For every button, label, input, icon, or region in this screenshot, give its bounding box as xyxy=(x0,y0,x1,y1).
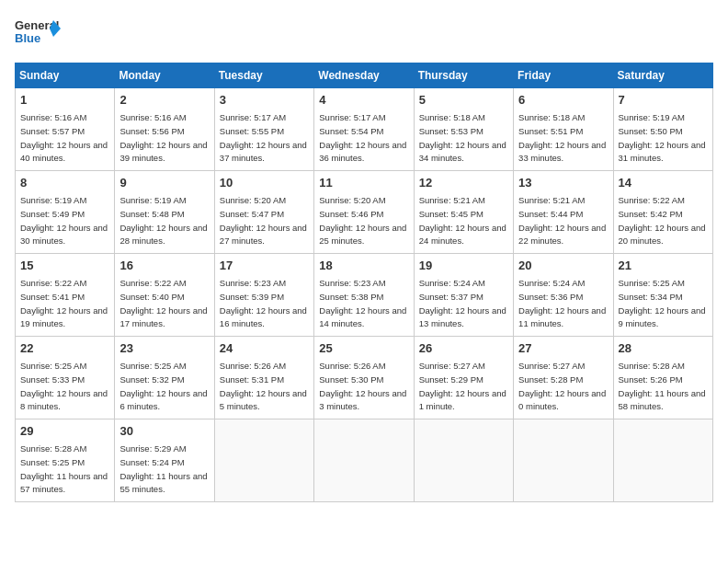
calendar-week-2: 8 Sunrise: 5:19 AMSunset: 5:49 PMDayligh… xyxy=(16,171,713,254)
day-number: 7 xyxy=(619,92,708,109)
logo: General Blue xyxy=(15,15,61,55)
col-header-wednesday: Wednesday xyxy=(314,63,414,88)
cell-info: Sunrise: 5:21 AMSunset: 5:44 PMDaylight:… xyxy=(518,195,606,246)
col-header-thursday: Thursday xyxy=(414,63,513,88)
cell-info: Sunrise: 5:25 AMSunset: 5:32 PMDaylight:… xyxy=(119,361,207,411)
calendar-cell: 13 Sunrise: 5:21 AMSunset: 5:44 PMDaylig… xyxy=(514,171,613,254)
col-header-monday: Monday xyxy=(115,63,214,88)
calendar-week-4: 22 Sunrise: 5:25 AMSunset: 5:33 PMDaylig… xyxy=(16,337,713,419)
calendar-cell xyxy=(414,419,513,502)
cell-info: Sunrise: 5:24 AMSunset: 5:37 PMDaylight:… xyxy=(419,278,506,328)
calendar-cell: 8 Sunrise: 5:19 AMSunset: 5:49 PMDayligh… xyxy=(16,171,115,254)
day-number: 11 xyxy=(319,175,408,191)
col-header-friday: Friday xyxy=(514,63,613,88)
cell-info: Sunrise: 5:18 AMSunset: 5:53 PMDaylight:… xyxy=(419,112,506,163)
day-number: 28 xyxy=(619,340,708,357)
day-number: 30 xyxy=(119,423,209,440)
day-number: 16 xyxy=(119,258,209,274)
calendar-cell: 22 Sunrise: 5:25 AMSunset: 5:33 PMDaylig… xyxy=(16,337,115,419)
calendar-cell: 14 Sunrise: 5:22 AMSunset: 5:42 PMDaylig… xyxy=(613,171,712,254)
cell-info: Sunrise: 5:19 AMSunset: 5:49 PMDaylight:… xyxy=(20,195,108,246)
cell-info: Sunrise: 5:21 AMSunset: 5:45 PMDaylight:… xyxy=(419,195,506,246)
cell-info: Sunrise: 5:18 AMSunset: 5:51 PMDaylight:… xyxy=(518,112,606,163)
cell-info: Sunrise: 5:27 AMSunset: 5:28 PMDaylight:… xyxy=(518,361,606,411)
day-number: 10 xyxy=(220,175,309,191)
cell-info: Sunrise: 5:25 AMSunset: 5:34 PMDaylight:… xyxy=(619,278,706,328)
cell-info: Sunrise: 5:28 AMSunset: 5:26 PMDaylight:… xyxy=(619,361,706,411)
col-header-saturday: Saturday xyxy=(613,63,712,88)
calendar-cell: 12 Sunrise: 5:21 AMSunset: 5:45 PMDaylig… xyxy=(414,171,513,254)
calendar-cell: 20 Sunrise: 5:24 AMSunset: 5:36 PMDaylig… xyxy=(514,254,613,337)
cell-info: Sunrise: 5:19 AMSunset: 5:50 PMDaylight:… xyxy=(619,112,706,163)
calendar-cell: 24 Sunrise: 5:26 AMSunset: 5:31 PMDaylig… xyxy=(214,337,313,419)
calendar-cell: 25 Sunrise: 5:26 AMSunset: 5:30 PMDaylig… xyxy=(314,337,414,419)
calendar-week-3: 15 Sunrise: 5:22 AMSunset: 5:41 PMDaylig… xyxy=(16,254,713,337)
svg-text:Blue: Blue xyxy=(15,31,40,45)
calendar-cell: 27 Sunrise: 5:27 AMSunset: 5:28 PMDaylig… xyxy=(514,337,613,419)
cell-info: Sunrise: 5:27 AMSunset: 5:29 PMDaylight:… xyxy=(419,361,506,411)
cell-info: Sunrise: 5:23 AMSunset: 5:39 PMDaylight:… xyxy=(220,278,307,328)
calendar-cell: 26 Sunrise: 5:27 AMSunset: 5:29 PMDaylig… xyxy=(414,337,513,419)
calendar-cell xyxy=(214,419,313,502)
cell-info: Sunrise: 5:17 AMSunset: 5:55 PMDaylight:… xyxy=(220,112,307,163)
calendar-cell: 15 Sunrise: 5:22 AMSunset: 5:41 PMDaylig… xyxy=(16,254,115,337)
day-number: 22 xyxy=(20,340,109,357)
day-number: 19 xyxy=(419,258,508,274)
col-header-sunday: Sunday xyxy=(16,63,115,88)
calendar-header-row: SundayMondayTuesdayWednesdayThursdayFrid… xyxy=(16,63,713,88)
calendar-cell: 29 Sunrise: 5:28 AMSunset: 5:25 PMDaylig… xyxy=(16,419,115,502)
day-number: 6 xyxy=(518,92,608,109)
cell-info: Sunrise: 5:22 AMSunset: 5:40 PMDaylight:… xyxy=(119,278,207,328)
day-number: 27 xyxy=(518,340,608,357)
calendar-cell: 10 Sunrise: 5:20 AMSunset: 5:47 PMDaylig… xyxy=(214,171,313,254)
calendar-cell: 1 Sunrise: 5:16 AMSunset: 5:57 PMDayligh… xyxy=(16,88,115,171)
calendar-cell xyxy=(314,419,414,502)
cell-info: Sunrise: 5:20 AMSunset: 5:46 PMDaylight:… xyxy=(319,195,406,246)
day-number: 3 xyxy=(220,92,309,109)
calendar-cell: 30 Sunrise: 5:29 AMSunset: 5:24 PMDaylig… xyxy=(115,419,214,502)
day-number: 5 xyxy=(419,92,508,109)
cell-info: Sunrise: 5:19 AMSunset: 5:48 PMDaylight:… xyxy=(119,195,207,246)
day-number: 25 xyxy=(319,340,408,357)
calendar-cell: 5 Sunrise: 5:18 AMSunset: 5:53 PMDayligh… xyxy=(414,88,513,171)
day-number: 9 xyxy=(119,175,209,191)
cell-info: Sunrise: 5:25 AMSunset: 5:33 PMDaylight:… xyxy=(20,361,108,411)
day-number: 15 xyxy=(20,258,109,274)
cell-info: Sunrise: 5:28 AMSunset: 5:25 PMDaylight:… xyxy=(20,443,108,494)
calendar-week-5: 29 Sunrise: 5:28 AMSunset: 5:25 PMDaylig… xyxy=(16,419,713,502)
day-number: 1 xyxy=(20,92,109,109)
day-number: 17 xyxy=(220,258,309,274)
calendar-cell: 16 Sunrise: 5:22 AMSunset: 5:40 PMDaylig… xyxy=(115,254,214,337)
day-number: 14 xyxy=(619,175,708,191)
calendar-cell: 4 Sunrise: 5:17 AMSunset: 5:54 PMDayligh… xyxy=(314,88,414,171)
cell-info: Sunrise: 5:26 AMSunset: 5:30 PMDaylight:… xyxy=(319,361,406,411)
day-number: 21 xyxy=(619,258,708,274)
day-number: 29 xyxy=(20,423,109,440)
day-number: 8 xyxy=(20,175,109,191)
calendar-cell: 18 Sunrise: 5:23 AMSunset: 5:38 PMDaylig… xyxy=(314,254,414,337)
cell-info: Sunrise: 5:22 AMSunset: 5:42 PMDaylight:… xyxy=(619,195,706,246)
day-number: 4 xyxy=(319,92,408,109)
day-number: 18 xyxy=(319,258,408,274)
logo-svg: General Blue xyxy=(15,15,61,55)
cell-info: Sunrise: 5:17 AMSunset: 5:54 PMDaylight:… xyxy=(319,112,406,163)
day-number: 13 xyxy=(518,175,608,191)
day-number: 12 xyxy=(419,175,508,191)
calendar-cell: 19 Sunrise: 5:24 AMSunset: 5:37 PMDaylig… xyxy=(414,254,513,337)
cell-info: Sunrise: 5:16 AMSunset: 5:57 PMDaylight:… xyxy=(20,112,108,163)
cell-info: Sunrise: 5:20 AMSunset: 5:47 PMDaylight:… xyxy=(220,195,307,246)
cell-info: Sunrise: 5:29 AMSunset: 5:24 PMDaylight:… xyxy=(119,443,207,494)
col-header-tuesday: Tuesday xyxy=(214,63,313,88)
cell-info: Sunrise: 5:23 AMSunset: 5:38 PMDaylight:… xyxy=(319,278,406,328)
calendar-week-1: 1 Sunrise: 5:16 AMSunset: 5:57 PMDayligh… xyxy=(16,88,713,171)
cell-info: Sunrise: 5:26 AMSunset: 5:31 PMDaylight:… xyxy=(220,361,307,411)
calendar-cell: 2 Sunrise: 5:16 AMSunset: 5:56 PMDayligh… xyxy=(115,88,214,171)
calendar-table: SundayMondayTuesdayWednesdayThursdayFrid… xyxy=(15,63,713,502)
calendar-cell: 3 Sunrise: 5:17 AMSunset: 5:55 PMDayligh… xyxy=(214,88,313,171)
day-number: 26 xyxy=(419,340,508,357)
cell-info: Sunrise: 5:22 AMSunset: 5:41 PMDaylight:… xyxy=(20,278,108,328)
calendar-cell: 9 Sunrise: 5:19 AMSunset: 5:48 PMDayligh… xyxy=(115,171,214,254)
day-number: 2 xyxy=(119,92,209,109)
calendar-cell: 28 Sunrise: 5:28 AMSunset: 5:26 PMDaylig… xyxy=(613,337,712,419)
cell-info: Sunrise: 5:16 AMSunset: 5:56 PMDaylight:… xyxy=(119,112,207,163)
